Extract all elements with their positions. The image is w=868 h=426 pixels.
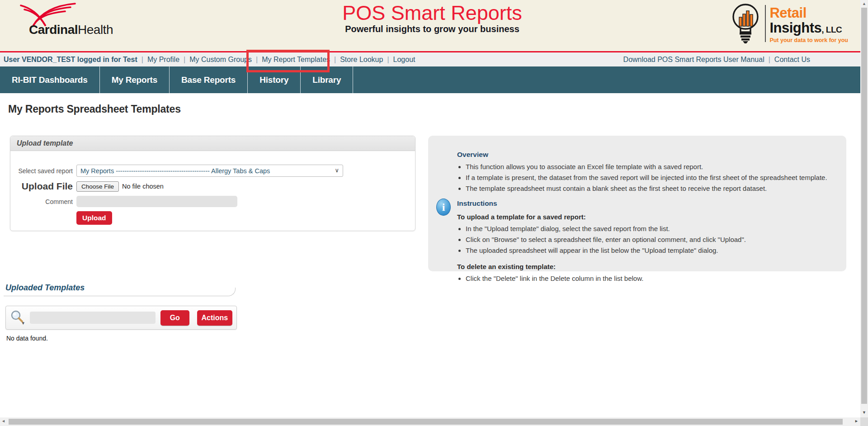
instruction-bullet: The uploaded spreadsheet will appear in … <box>466 246 828 255</box>
link-my-custom-groups[interactable]: My Custom Groups <box>189 56 252 64</box>
search-icon[interactable]: ▾ <box>10 310 25 326</box>
upload-form: Select saved report My Reports ---------… <box>10 151 415 225</box>
nav-my-reports[interactable]: My Reports <box>100 66 170 93</box>
uploaded-templates-region-border <box>4 288 236 296</box>
vertical-scrollbar[interactable]: ▲ ▼ <box>860 0 868 417</box>
cardinal-health-logo: CardinalHealth <box>18 1 113 37</box>
actions-button[interactable]: Actions <box>197 310 232 326</box>
overview-heading: Overview <box>457 151 828 159</box>
insights-word: Insights, LLC <box>769 21 848 35</box>
retail-word: Retail <box>769 6 848 20</box>
link-contact-us[interactable]: Contact Us <box>774 56 810 64</box>
comment-input[interactable] <box>76 196 237 207</box>
upload-template-panel-header: Upload template <box>10 136 415 151</box>
instruction-bullet: Click the "Delete" link in the Delete co… <box>466 274 828 283</box>
separator: | <box>769 56 770 64</box>
brand-regular-part: Health <box>78 23 113 37</box>
overview-bullet: If a template is present, the dataset fr… <box>466 173 828 182</box>
scroll-right-icon[interactable]: ► <box>854 419 859 423</box>
app-title: POS Smart Reports <box>342 2 522 24</box>
scrollbar-corner <box>860 417 868 426</box>
choose-file-button[interactable]: Choose File <box>76 181 119 192</box>
saved-report-select[interactable]: My Reports -----------------------------… <box>76 165 343 177</box>
lightbulb-icon <box>729 2 762 44</box>
upload-instructions-subhead: To upload a template for a saved report: <box>457 213 828 221</box>
overview-bullet-list: This function allows you to associate an… <box>457 162 828 193</box>
instructions-block: i Instructions To upload a template for … <box>457 199 828 283</box>
delete-instructions-list: Click the "Delete" link in the Delete co… <box>457 274 828 283</box>
cardinal-health-wordmark: CardinalHealth <box>29 23 113 37</box>
link-logout[interactable]: Logout <box>393 56 415 64</box>
app-header: CardinalHealth POS Smart Reports Powerfu… <box>0 0 868 52</box>
nav-ri-bit-dashboards[interactable]: RI-BIT Dashboards <box>0 66 100 93</box>
scroll-left-icon[interactable]: ◄ <box>1 419 5 423</box>
brand-bold-part: Cardinal <box>29 23 78 37</box>
scroll-up-icon[interactable]: ▲ <box>860 1 868 6</box>
overview-bullet: The template spreadsheet must contain a … <box>466 184 828 193</box>
separator: | <box>334 56 336 64</box>
help-panel: Overview This function allows you to ass… <box>428 136 846 271</box>
search-options-caret-icon: ▾ <box>22 320 24 326</box>
vertical-scrollbar-thumb[interactable] <box>861 8 867 404</box>
retail-insights-logo: Retail Insights, LLC Put your data to wo… <box>729 2 848 44</box>
user-bar: User VENDOR_TEST logged in for Test | My… <box>0 52 868 66</box>
upload-button[interactable]: Upload <box>76 211 112 225</box>
delete-instructions-subhead: To delete an existing template: <box>457 263 828 270</box>
user-bar-right: Download POS Smart Reports User Manual |… <box>623 56 810 64</box>
separator: | <box>142 56 143 64</box>
logged-in-user-text: User VENDOR_TEST logged in for Test <box>4 56 137 64</box>
info-icon: i <box>436 199 451 216</box>
link-my-profile[interactable]: My Profile <box>147 56 179 64</box>
insights-main: Insights <box>769 20 821 36</box>
overview-bullet: This function allows you to associate an… <box>466 162 828 171</box>
llc-suffix: , LLC <box>821 25 842 34</box>
report-search-toolbar: ▾ Go Actions <box>5 306 237 330</box>
upload-template-panel: Upload template Select saved report My R… <box>10 136 415 231</box>
page-title: My Reports Spreadsheet Templates <box>8 103 181 115</box>
retail-tagline: Put your data to work for you <box>769 38 848 43</box>
horizontal-scrollbar-thumb[interactable] <box>9 419 843 425</box>
app-title-block: POS Smart Reports Powerful insights to g… <box>342 2 522 34</box>
instruction-bullet: In the "Upload template" dialog, select … <box>466 224 828 233</box>
scroll-down-icon[interactable]: ▼ <box>860 410 868 415</box>
instructions-heading: Instructions <box>457 199 828 208</box>
logo-divider <box>765 5 766 42</box>
separator: | <box>387 56 389 64</box>
go-button[interactable]: Go <box>160 310 189 326</box>
app-tagline: Powerful insights to grow your business <box>342 24 522 34</box>
no-file-chosen-text: No file chosen <box>122 183 164 190</box>
horizontal-scrollbar[interactable]: ◄ ► <box>0 417 860 426</box>
no-data-found-text: No data found. <box>6 335 48 342</box>
retail-insights-wordmark: Retail Insights, LLC Put your data to wo… <box>769 2 848 43</box>
select-saved-report-label: Select saved report <box>10 167 73 175</box>
link-download-user-manual[interactable]: Download POS Smart Reports User Manual <box>623 56 764 64</box>
separator: | <box>184 56 185 64</box>
instruction-bullet: Click on "Browse" to select a spreadshee… <box>466 235 828 244</box>
comment-label: Comment <box>10 198 73 205</box>
nav-base-reports[interactable]: Base Reports <box>170 66 248 93</box>
saved-report-select-wrap: My Reports -----------------------------… <box>76 165 343 177</box>
link-store-lookup[interactable]: Store Lookup <box>340 56 383 64</box>
search-input[interactable] <box>30 312 156 324</box>
upload-file-label: Upload File <box>10 181 73 192</box>
upload-instructions-list: In the "Upload template" dialog, select … <box>457 224 828 255</box>
highlight-annotation-box <box>246 50 330 72</box>
main-nav: RI-BIT Dashboards My Reports Base Report… <box>0 66 868 93</box>
